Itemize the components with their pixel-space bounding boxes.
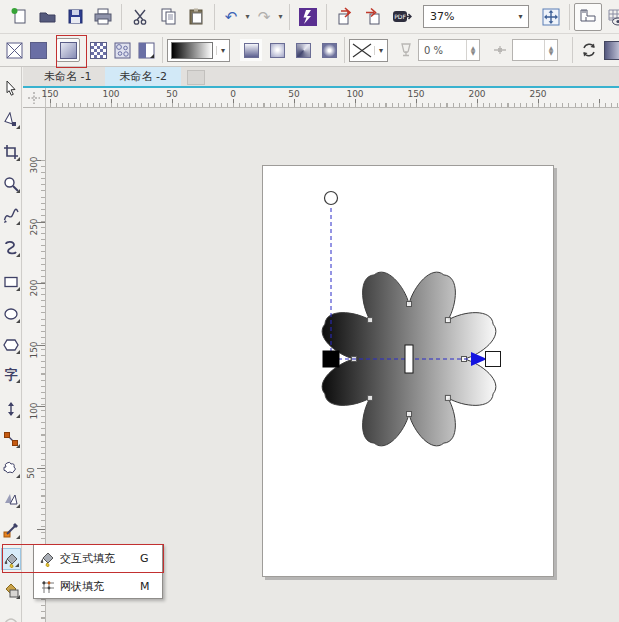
- separator: [214, 4, 215, 30]
- tool-interactive-fill[interactable]: [1, 548, 21, 570]
- tool-dimension[interactable]: [1, 398, 21, 420]
- document-tab-bar: 未命名 -1 未命名 -2: [23, 67, 619, 88]
- gradient-arrow-icon: [471, 352, 487, 366]
- menu-item-interactive-fill[interactable]: 交互式填充 G: [34, 545, 162, 572]
- paste-button[interactable]: [182, 3, 210, 31]
- uniform-fill-button[interactable]: [26, 38, 50, 62]
- no-fill-button[interactable]: [2, 38, 26, 62]
- tool-polygon[interactable]: [1, 334, 21, 356]
- shape-node[interactable]: [445, 395, 450, 400]
- application-launcher-button[interactable]: [294, 3, 322, 31]
- gradient-preview-dropdown[interactable]: ▾: [167, 39, 230, 62]
- node-opacity-button[interactable]: [394, 38, 418, 62]
- show-grid-button[interactable]: [602, 3, 619, 31]
- postscript-fill-button[interactable]: [134, 38, 158, 62]
- midpoint-button[interactable]: [488, 38, 512, 62]
- menu-item-label: 交互式填充: [60, 551, 140, 566]
- gradient-end-handle[interactable]: [486, 352, 501, 367]
- gradient-style-linear-button[interactable]: [240, 39, 262, 61]
- tool-crop[interactable]: [1, 141, 21, 163]
- flower-drawing[interactable]: [263, 166, 553, 576]
- open-button[interactable]: [33, 3, 61, 31]
- gradient-style-square-button[interactable]: [318, 39, 340, 61]
- publish-pdf-button[interactable]: PDF: [387, 3, 415, 31]
- rectangle-icon: [3, 274, 19, 290]
- undo-dropdown[interactable]: ▾: [243, 6, 252, 28]
- node-color-dropdown[interactable]: ▾: [349, 39, 388, 62]
- tool-zoom[interactable]: [1, 173, 21, 195]
- spinner-steppers[interactable]: ▲▼: [466, 40, 479, 60]
- grid-icon: [606, 7, 619, 27]
- show-rulers-button[interactable]: [574, 3, 602, 31]
- gradient-rotation-handle[interactable]: [325, 192, 338, 205]
- publish-pdf-icon: PDF: [391, 7, 412, 26]
- document-page[interactable]: [262, 165, 554, 577]
- freehand-curve-icon: [3, 208, 19, 224]
- tool-shape-edit[interactable]: [1, 109, 21, 131]
- new-document-button[interactable]: [5, 3, 33, 31]
- chevron-down-icon[interactable]: ▾: [374, 46, 387, 55]
- node-transparency-spinner[interactable]: 0 % ▲▼: [418, 39, 480, 61]
- separator: [572, 37, 573, 63]
- zoom-level-combobox[interactable]: 37% ▾: [423, 5, 529, 28]
- tool-smart-drawing[interactable]: [1, 237, 21, 259]
- copy-button[interactable]: [154, 3, 182, 31]
- ruler-label: 200: [29, 279, 39, 296]
- tool-smart-fill[interactable]: [1, 579, 21, 601]
- new-tab-button[interactable]: [187, 70, 205, 85]
- tool-connector[interactable]: [1, 428, 21, 450]
- midpoint-spinner[interactable]: ▲▼: [512, 39, 558, 61]
- fountain-fill-button[interactable]: [56, 38, 80, 62]
- texture-fill-button[interactable]: [110, 38, 134, 62]
- shape-node[interactable]: [368, 395, 373, 400]
- uniform-fill-icon: [30, 42, 47, 59]
- edit-fill-button[interactable]: [601, 38, 619, 62]
- magnifier-icon: [3, 176, 19, 192]
- tool-freehand[interactable]: [1, 205, 21, 227]
- chevron-down-icon[interactable]: ▾: [216, 46, 229, 55]
- tool-partial[interactable]: [1, 610, 21, 622]
- new-document-icon: [10, 7, 29, 26]
- tool-rectangle[interactable]: [1, 271, 21, 293]
- menu-item-mesh-fill[interactable]: 网状填充 M: [34, 573, 162, 600]
- tool-text[interactable]: 字: [1, 363, 21, 385]
- chevron-down-icon[interactable]: ▾: [513, 6, 528, 27]
- ruler-label: 50: [166, 89, 177, 99]
- shape-node[interactable]: [407, 302, 412, 307]
- tool-effects[interactable]: [1, 488, 21, 510]
- export-button[interactable]: [359, 3, 387, 31]
- import-button[interactable]: [331, 3, 359, 31]
- tool-ellipse[interactable]: [1, 303, 21, 325]
- gradient-start-handle[interactable]: [323, 351, 339, 367]
- shape-node[interactable]: [407, 412, 412, 417]
- redo-dropdown[interactable]: ▾: [276, 6, 285, 28]
- shape-node[interactable]: [368, 318, 373, 323]
- cut-button[interactable]: [126, 3, 154, 31]
- print-button[interactable]: [89, 3, 117, 31]
- copy-icon: [159, 7, 178, 26]
- tool-pick[interactable]: [1, 77, 21, 99]
- gradient-style-radial-button[interactable]: [266, 39, 288, 61]
- pattern-fill-button[interactable]: [86, 38, 110, 62]
- dimension-icon: [3, 401, 19, 417]
- undo-button[interactable]: ↶: [219, 5, 243, 29]
- tab-untitled-1[interactable]: 未命名 -1: [30, 67, 105, 86]
- shape-node[interactable]: [445, 318, 450, 323]
- ruler-label: 150: [407, 89, 424, 99]
- save-button[interactable]: [61, 3, 89, 31]
- tool-color-eyedropper[interactable]: [1, 519, 21, 541]
- menu-item-shortcut: M: [140, 580, 162, 593]
- zoom-to-fit-button[interactable]: [537, 3, 565, 31]
- gradient-style-conical-button[interactable]: [292, 39, 314, 61]
- radial-gradient-icon: [270, 43, 285, 58]
- tool-blend[interactable]: [1, 458, 21, 480]
- horizontal-ruler[interactable]: 150 100 50 0 50 100 150 200 250: [46, 88, 619, 108]
- spinner-steppers[interactable]: ▲▼: [544, 40, 557, 60]
- property-bar: ▾ ▾ 0 % ▲▼ ▲▼: [0, 34, 619, 67]
- standard-toolbar: ↶ ▾ ↷ ▾ PDF 37% ▾: [0, 0, 619, 34]
- import-icon: [335, 7, 355, 26]
- tab-untitled-2[interactable]: 未命名 -2: [105, 67, 180, 86]
- gradient-midpoint-slider[interactable]: [405, 345, 413, 373]
- redo-button[interactable]: ↷: [252, 5, 276, 29]
- copy-fill-properties-button[interactable]: [577, 38, 601, 62]
